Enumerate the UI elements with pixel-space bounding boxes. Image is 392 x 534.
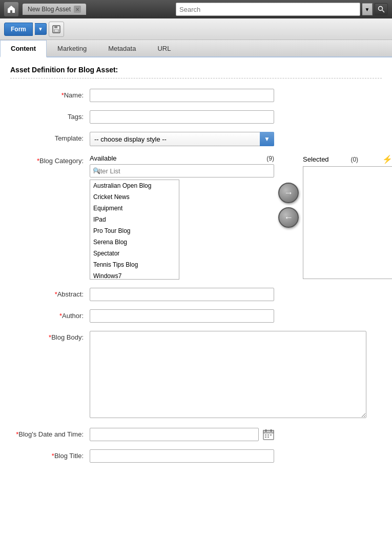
search-submit-button[interactable] [375,3,388,15]
author-label: *Author: [10,309,90,320]
save-button[interactable] [49,22,64,37]
page-title: Asset Definition for Blog Asset: [10,66,382,78]
blog-title-row: *Blog Title: [10,449,382,463]
abstract-field-wrapper [90,288,382,301]
tags-row: Tags: [10,110,382,124]
blog-title-input[interactable] [90,449,274,463]
blog-body-label: *Blog Body: [10,331,90,341]
tags-field-wrapper [90,110,382,124]
abstract-label: *Abstract: [10,288,90,298]
svg-rect-7 [263,430,274,433]
tab-label: New Blog Asset [28,6,71,13]
available-panel: Available (9) 🔍 Australian Open Blog Cri… [90,154,274,280]
blog-title-label: *Blog Title: [10,449,90,460]
author-row: *Author: [10,309,382,323]
calendar-icon[interactable] [262,428,275,441]
blog-title-field-wrapper [90,449,382,463]
blog-category-label: *Blog Category: [10,154,90,165]
available-header: Available (9) [90,154,274,162]
available-list[interactable]: Australian Open Blog Cricket News Equipm… [90,180,179,280]
home-button[interactable] [4,2,18,16]
blog-body-textarea[interactable] [90,331,366,418]
list-item[interactable]: Australian Open Blog [90,180,179,191]
template-field-wrapper: -- choose display style -- ▼ [90,132,382,146]
template-select-wrapper: -- choose display style -- ▼ [90,132,274,146]
main-content: Asset Definition for Blog Asset: *Name: … [0,57,392,534]
author-input[interactable] [90,309,274,323]
svg-rect-14 [267,437,269,438]
svg-rect-3 [54,26,57,28]
name-label: *Name: [10,89,90,99]
list-item[interactable]: Equipment [90,203,179,214]
blog-body-field-wrapper [90,331,382,420]
active-tab[interactable]: New Blog Asset ✕ [23,4,86,15]
filter-icon: 🔍 [93,167,100,174]
available-count: (9) [266,155,274,162]
refresh-icon[interactable]: ⚡ [382,154,392,164]
close-tab-button[interactable]: ✕ [74,6,81,13]
title-bar: New Blog Asset ✕ ▼ [0,0,392,18]
move-left-button[interactable]: ← [278,207,299,228]
name-field-wrapper [90,89,382,102]
search-bar: ▼ [176,3,388,16]
selected-panel: Selected (0) ⚡ [303,154,392,279]
svg-rect-5 [55,30,58,32]
date-input-wrapper [90,428,382,441]
tags-label: Tags: [10,110,90,121]
date-input[interactable] [90,428,259,441]
move-right-button[interactable]: → [278,183,299,203]
tags-input[interactable] [90,110,274,124]
date-row: *Blog's Date and Time: [10,428,382,441]
selected-list[interactable] [303,166,392,279]
selected-count: (0) [350,156,358,163]
selected-title: Selected [303,155,329,163]
form-dropdown-button[interactable]: ▼ [35,23,47,35]
toolbar: Form ▼ [0,18,392,40]
svg-rect-13 [265,437,266,438]
name-input[interactable] [90,89,274,102]
search-input[interactable] [176,3,360,16]
list-item[interactable]: Serena Blog [90,236,179,248]
template-select[interactable]: -- choose display style -- [90,132,274,146]
blog-category-row: *Blog Category: Available (9) 🔍 Australi… [10,154,382,280]
list-item[interactable]: Windows7 [90,270,179,280]
tab-url[interactable]: URL [147,40,181,56]
list-item[interactable]: Cricket News [90,191,179,203]
svg-line-1 [382,10,384,12]
svg-rect-11 [267,434,269,436]
svg-point-0 [379,7,383,11]
date-label: *Blog's Date and Time: [10,428,90,438]
available-title: Available [90,154,117,162]
filter-input[interactable] [90,164,274,177]
filter-wrapper: 🔍 [90,164,274,177]
svg-rect-12 [270,434,272,436]
list-item[interactable]: IPad [90,214,179,225]
blog-category-wrapper: Available (9) 🔍 Australian Open Blog Cri… [90,154,392,280]
date-field-wrapper [90,428,382,441]
tab-metadata[interactable]: Metadata [97,40,147,56]
abstract-input[interactable] [90,288,274,301]
template-row: Template: -- choose display style -- ▼ [10,132,382,146]
svg-rect-10 [265,434,266,436]
tab-content[interactable]: Content [0,40,47,57]
content-tabs: Content Marketing Metadata URL [0,40,392,57]
transfer-buttons: → ← [278,183,299,228]
tab-marketing[interactable]: Marketing [47,40,97,56]
list-item[interactable]: Spectator [90,248,179,259]
blog-body-row: *Blog Body: [10,331,382,420]
author-field-wrapper [90,309,382,323]
name-row: *Name: [10,89,382,102]
template-label: Template: [10,132,90,142]
abstract-row: *Abstract: [10,288,382,301]
list-item[interactable]: Tennis Tips Blog [90,259,179,270]
search-dropdown-button[interactable]: ▼ [362,3,373,15]
form-button[interactable]: Form [4,23,33,36]
list-item[interactable]: Pro Tour Blog [90,225,179,236]
selected-header: Selected (0) ⚡ [303,154,392,164]
